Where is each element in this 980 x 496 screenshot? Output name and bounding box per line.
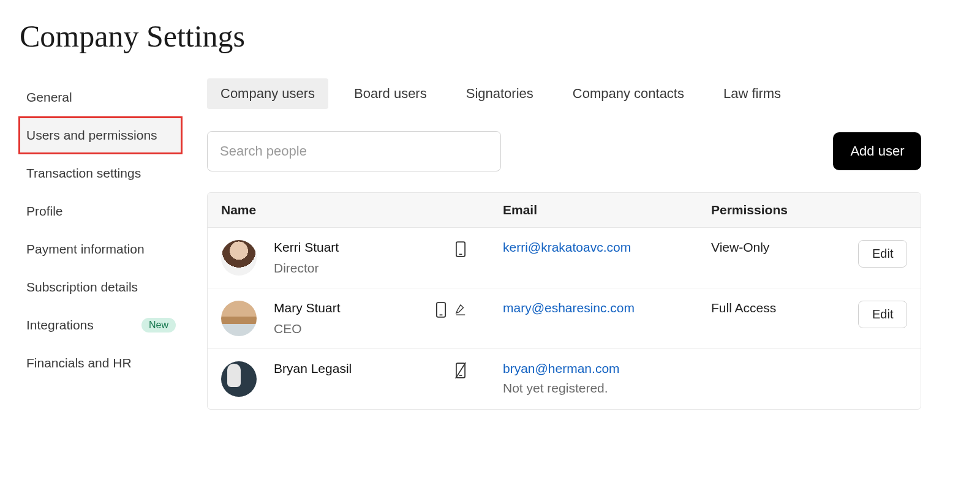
badge-new: New [141,318,176,333]
tab-company-contacts[interactable]: Company contacts [559,78,698,109]
sidebar-item-label: Transaction settings [26,166,141,181]
tab-board-users[interactable]: Board users [341,78,440,109]
sidebar-item-transaction-settings[interactable]: Transaction settings [18,154,183,192]
user-permissions: View-Only [711,240,858,255]
users-table: Name Email Permissions Kerri StuartDirec… [207,192,921,410]
edit-button[interactable]: Edit [858,301,907,328]
user-email-link[interactable]: bryan@herman.com [503,361,711,376]
user-name: Bryan Legasil [274,361,352,376]
col-header-name: Name [221,203,503,217]
table-row: Kerri StuartDirectorkerri@krakatoavc.com… [208,228,921,288]
sidebar-item-users-and-permissions[interactable]: Users and permissions [18,116,183,154]
search-input[interactable] [207,131,501,171]
sidebar-item-label: Users and permissions [26,128,157,143]
not-registered-text: Not yet registered. [503,381,711,396]
table-row: Mary StuartCEOmary@esharesinc.comFull Ac… [208,288,921,349]
avatar [221,240,257,276]
sidebar-item-payment-information[interactable]: Payment information [18,230,183,268]
phone-icon [435,302,447,318]
add-user-button[interactable]: Add user [833,132,921,170]
phone-off-icon [455,363,466,378]
row-icons [455,361,503,378]
tabs: Company usersBoard usersSignatoriesCompa… [207,78,921,109]
table-row: Bryan Legasilbryan@herman.comNot yet reg… [208,349,921,409]
sidebar-item-general[interactable]: General [18,78,183,116]
tab-company-users[interactable]: Company users [207,78,328,109]
row-icons [435,301,503,318]
sidebar-item-financials-and-hr[interactable]: Financials and HR [18,344,183,382]
row-icons [455,240,503,257]
user-permissions: Full Access [711,301,858,315]
avatar [221,361,257,397]
sidebar-item-label: Subscription details [26,280,138,295]
toolbar: Add user [207,131,921,171]
sidebar-item-subscription-details[interactable]: Subscription details [18,268,183,306]
col-header-email: Email [503,203,711,217]
user-email-link[interactable]: mary@esharesinc.com [503,301,711,315]
page-title: Company Settings [20,18,956,54]
sidebar-item-label: General [26,90,72,105]
user-role: Director [274,261,339,276]
sidebar-item-profile[interactable]: Profile [18,192,183,230]
table-header: Name Email Permissions [208,193,921,228]
sidebar: GeneralUsers and permissionsTransaction … [18,78,183,410]
user-email-link[interactable]: kerri@krakatoavc.com [503,240,711,255]
main-content: Company usersBoard usersSignatoriesCompa… [207,78,958,410]
sidebar-item-label: Financials and HR [26,356,132,370]
edit-button[interactable]: Edit [858,240,907,268]
sidebar-item-label: Profile [26,204,63,219]
user-name: Mary Stuart [274,301,341,315]
user-name: Kerri Stuart [274,240,339,255]
sidebar-item-label: Payment information [26,242,145,257]
tab-law-firms[interactable]: Law firms [710,78,794,109]
phone-icon [455,241,466,257]
signature-icon [455,302,466,318]
sidebar-item-label: Integrations [26,318,94,333]
sidebar-item-integrations[interactable]: IntegrationsNew [18,306,183,344]
avatar [221,301,257,336]
user-role: CEO [274,321,341,336]
col-header-permissions: Permissions [711,203,858,217]
tab-signatories[interactable]: Signatories [453,78,547,109]
